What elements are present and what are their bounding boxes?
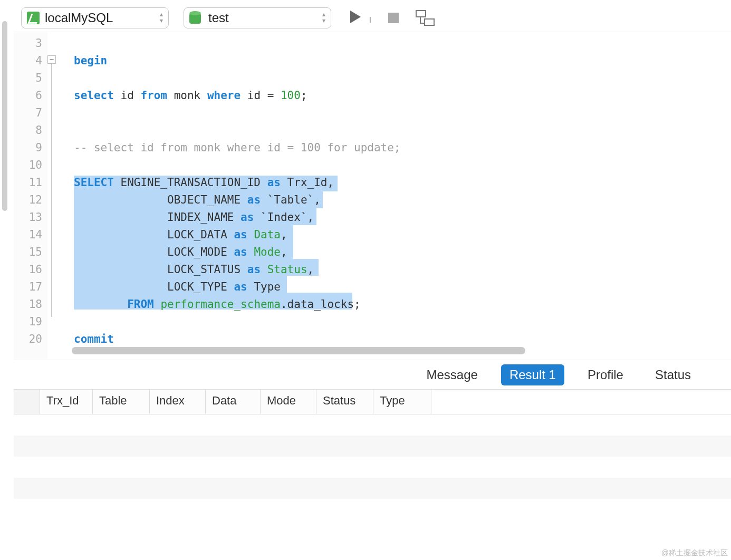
toolbar: localMySQL ▴▾ test ▴▾ I xyxy=(21,5,435,31)
watermark: @稀土掘金技术社区 xyxy=(661,548,728,558)
horizontal-scroll-thumb[interactable] xyxy=(72,347,525,354)
col-header[interactable]: Type xyxy=(373,390,431,414)
code-line: select id from monk where id = 100; xyxy=(74,89,307,102)
line-number: 12 xyxy=(29,194,42,206)
play-icon xyxy=(350,11,361,23)
run-button[interactable]: I xyxy=(350,11,371,25)
line-number: 20 xyxy=(29,333,42,345)
line-number: 11 xyxy=(29,176,42,189)
code-token: begin xyxy=(74,54,107,67)
code-line: LOCK_STATUS as Status, xyxy=(74,263,314,276)
tab-result-1[interactable]: Result 1 xyxy=(501,364,564,385)
col-header[interactable]: Trx_Id xyxy=(40,390,93,414)
result-grid-header: Trx_Id Table Index Data Mode Status Type xyxy=(14,389,731,414)
line-number: 13 xyxy=(29,211,42,224)
connection-icon xyxy=(27,12,40,24)
connection-dropdown[interactable]: localMySQL ▴▾ xyxy=(21,7,169,28)
database-dropdown[interactable]: test ▴▾ xyxy=(184,7,331,28)
code-line: SELECT ENGINE_TRANSACTION_ID as Trx_Id, xyxy=(74,176,334,189)
line-number: 6 xyxy=(35,89,42,102)
row-header-blank xyxy=(14,390,40,414)
code-line: LOCK_TYPE as Type xyxy=(74,281,281,293)
tab-status[interactable]: Status xyxy=(647,364,699,385)
col-header[interactable]: Mode xyxy=(261,390,316,414)
tab-message[interactable]: Message xyxy=(418,364,486,385)
left-scroll-thumb[interactable] xyxy=(2,21,7,211)
code-line: OBJECT_NAME as `Table`, xyxy=(74,194,321,206)
line-number: 18 xyxy=(29,298,42,311)
sql-editor[interactable]: 3 4 5 6 7 8 9 10 11 12 13 14 15 16 17 18… xyxy=(14,32,731,359)
caret-icon: ▴▾ xyxy=(160,11,163,24)
code-token: commit xyxy=(74,333,114,345)
fold-toggle[interactable]: − xyxy=(47,55,56,64)
line-number: 10 xyxy=(29,159,42,171)
line-number: 7 xyxy=(35,107,42,119)
result-grid-body xyxy=(14,414,731,560)
code-line: LOCK_DATA as Data, xyxy=(74,228,287,241)
line-number: 17 xyxy=(29,281,42,293)
col-header[interactable]: Status xyxy=(316,390,373,414)
line-gutter: 3 4 5 6 7 8 9 10 11 12 13 14 15 16 17 18… xyxy=(14,32,47,359)
line-number: 8 xyxy=(35,124,42,137)
fold-column: − xyxy=(47,32,60,359)
tab-profile[interactable]: Profile xyxy=(579,364,632,385)
line-number: 14 xyxy=(29,228,42,241)
line-number: 4 xyxy=(35,54,42,67)
fold-line xyxy=(51,64,52,317)
line-number: 3 xyxy=(35,37,42,50)
line-number: 16 xyxy=(29,263,42,276)
left-scroll-track[interactable] xyxy=(0,0,14,560)
line-number: 15 xyxy=(29,246,42,258)
line-number: 5 xyxy=(35,72,42,84)
result-tabs: Message Result 1 Profile Status xyxy=(14,360,731,389)
line-number: 19 xyxy=(29,315,42,328)
line-number: 9 xyxy=(35,141,42,154)
database-label: test xyxy=(208,11,229,25)
code-line: LOCK_MODE as Mode, xyxy=(74,246,287,258)
col-header[interactable]: Table xyxy=(93,390,150,414)
code-line: FROM performance_schema.data_locks; xyxy=(74,298,361,311)
col-header[interactable]: Data xyxy=(206,390,261,414)
explain-button[interactable] xyxy=(416,10,435,26)
stop-button[interactable] xyxy=(388,13,399,23)
horizontal-scrollbar[interactable] xyxy=(61,347,725,354)
col-header[interactable]: Index xyxy=(150,390,206,414)
code-line: INDEX_NAME as `Index`, xyxy=(74,211,314,224)
text-cursor-icon: I xyxy=(369,16,371,25)
code-line: -- select id from monk where id = 100 fo… xyxy=(74,141,401,154)
caret-icon: ▴▾ xyxy=(322,11,325,24)
database-icon xyxy=(189,11,201,25)
connection-label: localMySQL xyxy=(45,11,113,25)
